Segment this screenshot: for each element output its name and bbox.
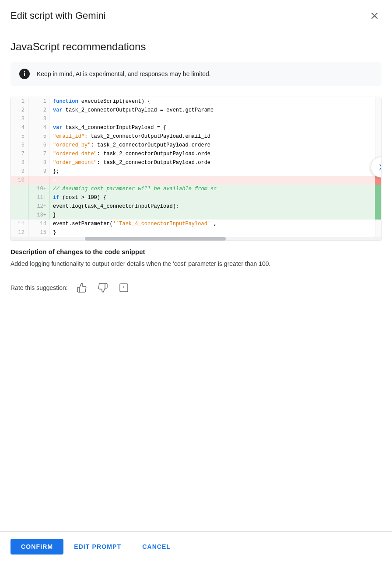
diff-row-added: 12+ event.log(task_4_connectorInputPaylo… bbox=[11, 202, 381, 211]
close-button[interactable] bbox=[368, 9, 382, 23]
diff-row: 12 15 } bbox=[11, 228, 381, 237]
diff-row: 3 3 bbox=[11, 115, 381, 123]
rating-label: Rate this suggestion: bbox=[10, 284, 68, 291]
rating-section: Rate this suggestion: bbox=[10, 272, 382, 302]
diff-row-added: 10+ // Assuming cost parameter will be a… bbox=[11, 185, 381, 193]
diff-row-removed: 10 — bbox=[11, 176, 381, 185]
description-section: Description of changes to the code snipp… bbox=[10, 241, 382, 272]
diff-row-added: 11+ if (cost > 100) { bbox=[11, 193, 381, 202]
dialog-body: JavaScript recommendations i Keep in min… bbox=[0, 30, 392, 531]
confirm-button[interactable]: CONFIRM bbox=[10, 539, 63, 555]
flag-button[interactable] bbox=[117, 281, 131, 295]
diff-row: 2 2 var task_2_connectorOutputPayload = … bbox=[11, 106, 381, 115]
diff-row: 4 4 var task_4_connectorInputPayload = { bbox=[11, 123, 381, 132]
horizontal-scrollbar[interactable] bbox=[11, 237, 381, 241]
diff-row: 6 6 "ordered_by": task_2_connectorOutput… bbox=[11, 141, 381, 150]
thumbs-up-button[interactable] bbox=[75, 281, 89, 295]
minimap-added bbox=[375, 185, 381, 220]
scrollbar-thumb bbox=[85, 237, 225, 241]
dialog-footer: CONFIRM EDIT PROMPT CANCEL bbox=[0, 531, 392, 565]
dialog-header: Edit script with Gemini bbox=[0, 0, 392, 30]
cancel-button[interactable]: CANCEL bbox=[132, 539, 181, 555]
diff-row: 1 1 function executeScript(event) { bbox=[11, 97, 381, 106]
thumbs-down-button[interactable] bbox=[96, 281, 110, 295]
diff-row: 8 8 "order_amount": task_2_connectorOutp… bbox=[11, 158, 381, 167]
description-text: Added logging functionality to output or… bbox=[10, 259, 382, 269]
diff-row-added: 13+ } bbox=[11, 211, 381, 220]
code-diff-container: 1 1 function executeScript(event) { 2 2 … bbox=[10, 97, 382, 241]
info-text: Keep in mind, AI is experimental, and re… bbox=[37, 70, 211, 77]
diff-row: 11 14 event.setParameter('`Task_4_connec… bbox=[11, 220, 381, 228]
edit-prompt-button[interactable]: EDIT PROMPT bbox=[63, 539, 132, 555]
diff-row: 5 5 "email_id": task_2_connectorOutputPa… bbox=[11, 132, 381, 141]
dialog-title: Edit script with Gemini bbox=[10, 10, 106, 21]
diff-row: 9 9 }; bbox=[11, 167, 381, 176]
dialog: Edit script with Gemini JavaScript recom… bbox=[0, 0, 392, 565]
description-title: Description of changes to the code snipp… bbox=[10, 248, 382, 255]
info-banner: i Keep in mind, AI is experimental, and … bbox=[10, 62, 382, 86]
diff-row: 7 7 "ordered_date": task_2_connectorOutp… bbox=[11, 150, 381, 158]
section-title: JavaScript recommendations bbox=[10, 41, 382, 53]
info-icon: i bbox=[19, 69, 30, 79]
